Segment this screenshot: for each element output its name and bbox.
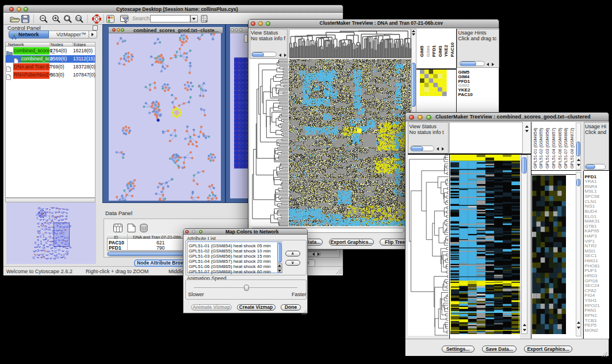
svg-text:1:1: 1:1 <box>76 17 81 20</box>
